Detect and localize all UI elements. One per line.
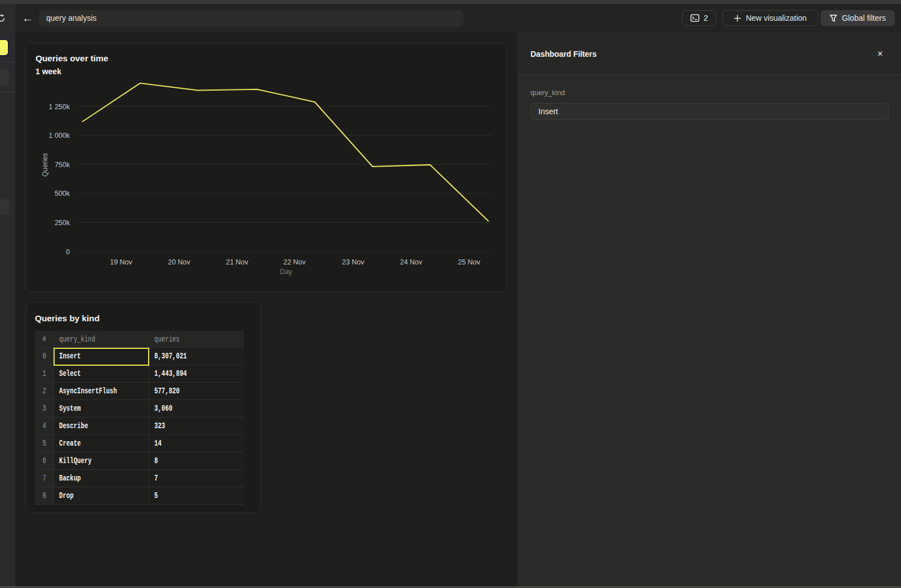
svg-text:Day: Day <box>280 268 293 276</box>
svg-text:250k: 250k <box>55 219 70 227</box>
svg-text:0: 0 <box>66 248 70 256</box>
svg-text:21 Nov: 21 Nov <box>226 258 248 266</box>
svg-text:500k: 500k <box>55 190 70 198</box>
svg-text:1 250k: 1 250k <box>48 103 70 111</box>
svg-text:1 000k: 1 000k <box>48 132 70 140</box>
svg-text:23 Nov: 23 Nov <box>342 258 364 266</box>
svg-text:24 Nov: 24 Nov <box>400 258 422 266</box>
svg-text:25 Nov: 25 Nov <box>458 258 480 266</box>
svg-text:20 Nov: 20 Nov <box>168 258 190 266</box>
svg-text:22 Nov: 22 Nov <box>283 258 306 266</box>
svg-text:Queries: Queries <box>41 153 49 177</box>
svg-text:750k: 750k <box>55 161 70 169</box>
svg-text:19 Nov: 19 Nov <box>110 258 132 266</box>
